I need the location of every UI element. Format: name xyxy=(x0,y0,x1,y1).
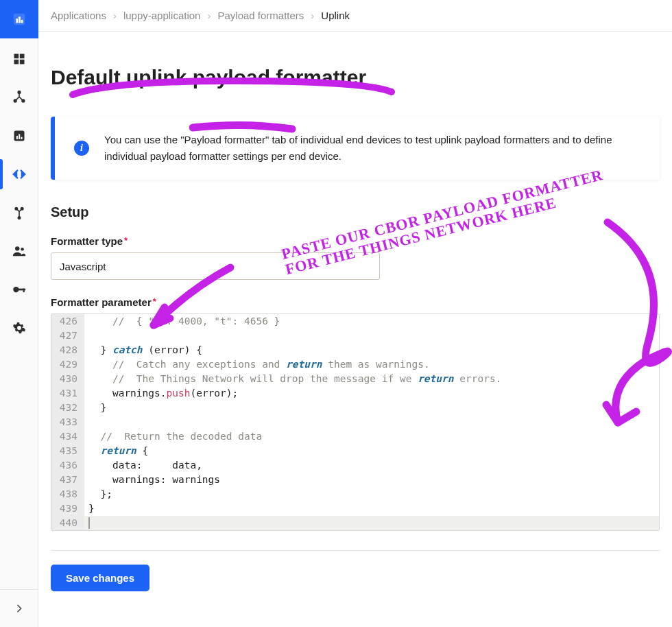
svg-rect-3 xyxy=(21,20,23,23)
svg-point-10 xyxy=(22,99,25,102)
required-marker: * xyxy=(124,235,128,246)
formatter-type-label: Formatter type* xyxy=(51,235,128,247)
svg-rect-5 xyxy=(19,54,24,59)
info-text: You can use the "Payload formatter" tab … xyxy=(104,132,640,165)
info-icon: i xyxy=(74,141,89,156)
svg-point-9 xyxy=(14,99,16,102)
breadcrumb-item[interactable]: Applications xyxy=(51,10,106,21)
nav-data[interactable] xyxy=(0,117,38,155)
chevron-right-icon: › xyxy=(204,10,213,21)
nav-settings[interactable] xyxy=(0,309,38,347)
section-heading: Setup xyxy=(51,204,660,220)
breadcrumb: Applications › luppy-application › Paylo… xyxy=(38,0,672,32)
svg-rect-6 xyxy=(14,60,19,64)
svg-rect-2 xyxy=(19,16,21,23)
svg-point-17 xyxy=(21,208,23,210)
svg-rect-14 xyxy=(21,137,22,139)
nav-overview[interactable] xyxy=(0,40,38,78)
breadcrumb-item[interactable]: luppy-application xyxy=(123,10,201,21)
svg-rect-12 xyxy=(16,136,17,139)
formatter-type-select[interactable] xyxy=(51,252,380,280)
formatter-parameter-label: Formatter parameter* xyxy=(51,296,156,308)
info-callout: i You can use the "Payload formatter" ta… xyxy=(51,117,660,180)
nav-payload-formatters[interactable] xyxy=(0,155,38,193)
code-editor[interactable]: 426 // { "l": 4000, "t": 4656 }427428 } … xyxy=(51,314,660,531)
svg-point-16 xyxy=(15,208,17,210)
svg-rect-1 xyxy=(16,19,18,23)
svg-rect-7 xyxy=(19,60,24,64)
svg-rect-13 xyxy=(19,134,20,140)
nav-devices[interactable] xyxy=(0,78,38,117)
nav-integrations[interactable] xyxy=(0,193,38,232)
breadcrumb-item[interactable]: Payload formatters xyxy=(217,10,304,21)
svg-point-15 xyxy=(18,217,20,219)
expand-nav-button[interactable] xyxy=(9,598,29,619)
brand-logo[interactable] xyxy=(0,0,38,38)
nav-collaborators[interactable] xyxy=(0,232,38,270)
chevron-right-icon: › xyxy=(110,10,119,21)
save-button[interactable]: Save changes xyxy=(51,565,149,591)
nav-api-keys[interactable] xyxy=(0,270,38,309)
breadcrumb-current: Uplink xyxy=(321,10,350,21)
svg-point-8 xyxy=(18,91,21,94)
page-title: Default uplink payload formatter xyxy=(51,66,660,89)
required-marker: * xyxy=(153,296,156,307)
svg-point-19 xyxy=(21,248,24,251)
svg-point-18 xyxy=(15,246,19,250)
side-nav xyxy=(0,0,38,627)
svg-rect-4 xyxy=(14,54,19,59)
chevron-right-icon: › xyxy=(308,10,317,21)
svg-rect-22 xyxy=(23,289,24,293)
